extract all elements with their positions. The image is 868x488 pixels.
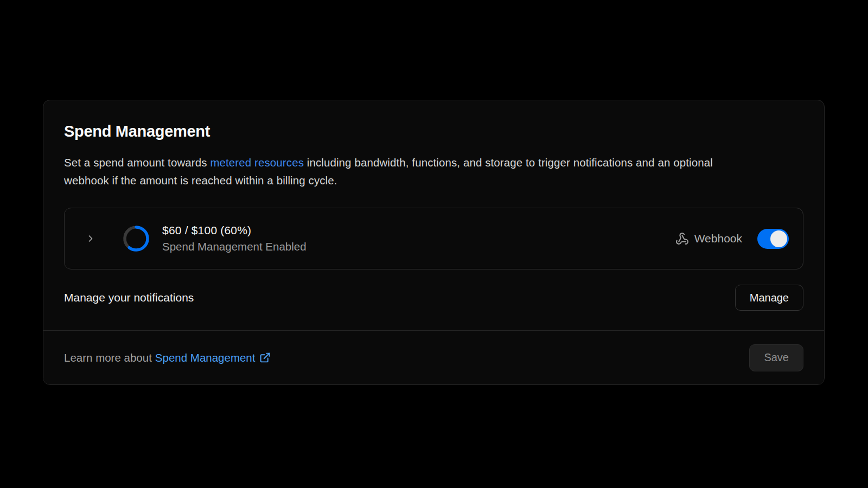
- metered-resources-link[interactable]: metered resources: [210, 156, 304, 169]
- card-footer: Learn more about Spend Management Save: [43, 330, 824, 384]
- spend-management-card: Spend Management Set a spend amount towa…: [43, 100, 825, 385]
- card-description: Set a spend amount towards metered resou…: [64, 153, 803, 189]
- webhook-toggle[interactable]: [757, 229, 789, 249]
- external-link-icon: [259, 352, 271, 363]
- page-background: Spend Management Set a spend amount towa…: [0, 0, 868, 488]
- learn-more-prefix: Learn more about: [64, 351, 152, 364]
- learn-more-link[interactable]: Spend Management: [155, 351, 271, 364]
- learn-more-text: Learn more about Spend Management: [64, 351, 271, 364]
- description-suffix-line1: including bandwidth, functions, and stor…: [304, 156, 713, 169]
- description-prefix: Set a spend amount towards: [64, 156, 210, 169]
- card-body: Spend Management Set a spend amount towa…: [43, 100, 824, 330]
- webhook-group: Webhook: [675, 229, 789, 249]
- save-button[interactable]: Save: [749, 344, 803, 371]
- spend-amount: $60 / $100 (60%): [162, 224, 307, 237]
- spend-status-panel: $60 / $100 (60%) Spend Management Enable…: [64, 208, 803, 269]
- notifications-row: Manage your notifications Manage: [64, 285, 803, 311]
- learn-more-link-label: Spend Management: [155, 351, 256, 364]
- toggle-knob: [770, 230, 787, 247]
- description-suffix-line2: webhook if the amount is reached within …: [64, 174, 337, 187]
- chevron-right-icon: [85, 233, 96, 244]
- page-title: Spend Management: [64, 122, 803, 140]
- spend-status-label: Spend Management Enabled: [162, 240, 307, 253]
- notifications-label: Manage your notifications: [64, 291, 194, 304]
- spend-progress-ring: [122, 224, 150, 253]
- spend-status-text: $60 / $100 (60%) Spend Management Enable…: [162, 224, 307, 253]
- webhook-label: Webhook: [694, 232, 742, 245]
- webhook-icon: [675, 232, 689, 246]
- manage-button[interactable]: Manage: [735, 285, 803, 311]
- expand-chevron-button[interactable]: [82, 230, 99, 247]
